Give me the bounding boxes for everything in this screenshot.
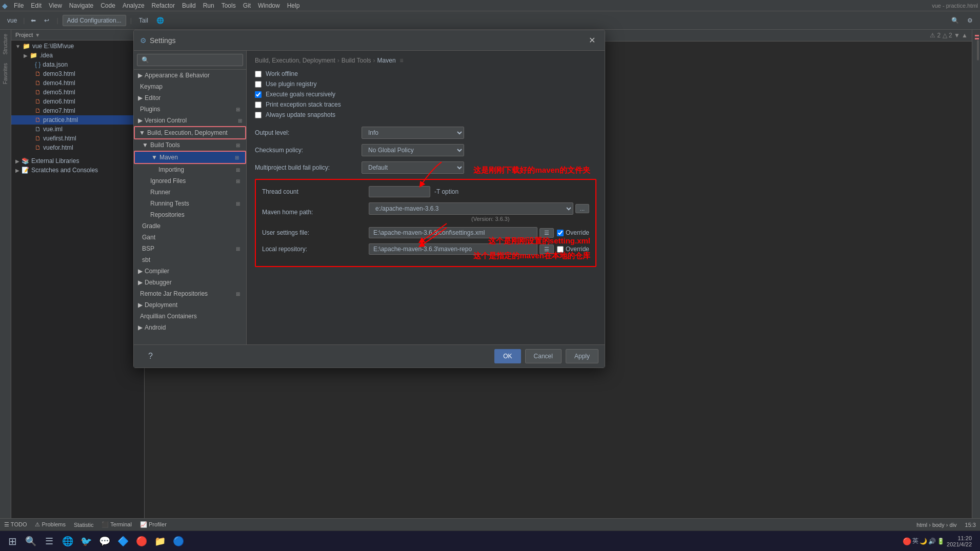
expand-icon: ▶	[138, 268, 143, 275]
structure-tab[interactable]: Structure	[2, 30, 9, 59]
tail-btn[interactable]: Tail	[136, 16, 151, 25]
menu-refactor[interactable]: Refactor	[149, 1, 178, 10]
settings-item-build-exec[interactable]: ▼ Build, Execution, Deployment	[134, 126, 246, 139]
ok-button[interactable]: OK	[494, 349, 521, 363]
plugin-registry-label: Use plugin registry	[266, 80, 316, 88]
settings-item-importing[interactable]: Importing ⊞	[134, 164, 246, 175]
cancel-button[interactable]: Cancel	[525, 349, 562, 363]
toolbar-undo[interactable]: ⬅	[28, 16, 39, 25]
always-update-checkbox[interactable]	[255, 112, 262, 118]
settings-item-deployment[interactable]: ▶ Deployment	[134, 299, 246, 311]
maven-home-select[interactable]: e:/apache-maven-3.6.3	[369, 202, 573, 215]
modal-close-button[interactable]: ✕	[586, 34, 598, 46]
settings-item-plugins[interactable]: Plugins ⊞	[134, 104, 246, 115]
tree-item-demo4[interactable]: 🗋 demo4.html	[11, 78, 144, 88]
menu-run[interactable]: Run	[200, 1, 217, 10]
bottom-tab-todo[interactable]: ☰ TODO	[4, 521, 27, 526]
importing-icon: ⊞	[236, 167, 240, 173]
settings-item-compiler[interactable]: ▶ Compiler	[134, 266, 246, 277]
tree-item-data-json[interactable]: { } data.json	[11, 60, 144, 69]
output-level-select[interactable]: Info	[362, 127, 464, 139]
toolbar: vue | ⬅ ↩ | Add Configuration... | Tail …	[0, 11, 980, 30]
bottom-tab-terminal[interactable]: ⬛ Terminal	[102, 521, 131, 526]
translate-btn[interactable]: 🌐	[153, 16, 167, 25]
apply-button[interactable]: Apply	[566, 349, 598, 363]
add-configuration-button[interactable]: Add Configuration...	[63, 15, 126, 26]
menu-navigate[interactable]: Navigate	[66, 1, 96, 10]
settings-item-keymap[interactable]: Keymap	[134, 81, 246, 92]
settings-search-input[interactable]	[137, 54, 243, 66]
checksum-policy-select[interactable]: No Global Policy	[362, 144, 464, 156]
cursor-position: 15:3	[965, 522, 976, 526]
menu-file[interactable]: File	[11, 1, 27, 10]
checkbox-always-update: Always update snapshots	[255, 111, 596, 118]
thread-count-input[interactable]	[369, 186, 430, 197]
remote-jar-icon: ⊞	[236, 291, 240, 297]
menu-view[interactable]: View	[46, 1, 65, 10]
settings-item-build-tools[interactable]: ▼ Build Tools ⊞	[134, 139, 246, 151]
maven-version-text: (Version: 3.6.3)	[471, 216, 589, 222]
settings-item-appearance[interactable]: ▶ Appearance & Behavior	[134, 70, 246, 81]
tree-item-scratches[interactable]: ▶ 📝 Scratches and Consoles	[11, 166, 144, 175]
tree-item-demo6[interactable]: 🗋 demo6.html	[11, 97, 144, 106]
settings-item-android[interactable]: ▶ Android	[134, 322, 246, 333]
settings-item-bsp[interactable]: BSP ⊞	[134, 243, 246, 254]
tree-item-demo7[interactable]: 🗋 demo7.html	[11, 106, 144, 115]
annotation-text-2: 这个是刚刚设置的setting.xml	[488, 236, 590, 246]
execute-goals-checkbox[interactable]	[255, 91, 262, 98]
breadcrumb-menu-icon[interactable]: ≡	[400, 57, 404, 64]
tree-item-vuefirst[interactable]: 🗋 vuefirst.html	[11, 134, 144, 143]
tree-item-demo3[interactable]: 🗋 demo3.html	[11, 69, 144, 78]
work-offline-checkbox[interactable]	[255, 71, 262, 77]
settings-item-sbt[interactable]: sbt	[134, 254, 246, 266]
print-exception-checkbox[interactable]	[255, 101, 262, 108]
menu-help[interactable]: Help	[284, 1, 303, 10]
menu-edit[interactable]: Edit	[28, 1, 45, 10]
left-side-tabs: Structure Favorites	[0, 30, 11, 526]
user-settings-override-checkbox[interactable]	[557, 230, 564, 236]
toolbar-redo[interactable]: ↩	[41, 16, 52, 25]
settings-item-ignored[interactable]: Ignored Files ⊞	[134, 175, 246, 187]
help-button[interactable]: ?	[140, 349, 161, 363]
settings-item-debugger[interactable]: ▶ Debugger	[134, 277, 246, 288]
settings-item-runner[interactable]: Runner	[134, 187, 246, 198]
tree-item-idea[interactable]: ▶ 📁 .idea	[11, 51, 144, 60]
checksum-policy-label: Checksum policy:	[255, 147, 357, 154]
tree-label: demo5.html	[43, 89, 75, 96]
tree-item-practice[interactable]: 🗋 practice.html	[11, 115, 144, 125]
bottom-tab-problems[interactable]: ⚠ Problems	[35, 521, 66, 526]
settings-item-repos[interactable]: Repositories	[134, 209, 246, 220]
settings-item-editor[interactable]: ▶ Editor	[134, 92, 246, 104]
favorites-tab[interactable]: Favorites	[2, 59, 9, 88]
multiproject-select[interactable]: Default	[362, 161, 464, 174]
bottom-tab-profiler[interactable]: 📈 Profiler	[140, 521, 167, 526]
tree-item-vuefor[interactable]: 🗋 vuefor.html	[11, 143, 144, 152]
plugin-registry-checkbox[interactable]	[255, 81, 262, 88]
tree-item-vueiml[interactable]: 🗋 vue.iml	[11, 125, 144, 134]
settings-item-arquillian[interactable]: Arquillian Containers	[134, 311, 246, 322]
toolbar-project-btn[interactable]: vue	[4, 16, 20, 25]
menu-build[interactable]: Build	[179, 1, 199, 10]
menu-git[interactable]: Git	[240, 1, 254, 10]
checksum-policy-row: Checksum policy: No Global Policy	[255, 144, 596, 156]
tree-item-vue[interactable]: ▼ 📁 vue E:\IBM\vue	[11, 42, 144, 51]
settings-item-maven[interactable]: ▼ Maven ⊞	[134, 151, 246, 164]
bottom-tab-statistic[interactable]: Statistic	[74, 522, 94, 526]
tree-item-external-libs[interactable]: ▶ 📚 External Libraries	[11, 156, 144, 166]
tree-item-demo5[interactable]: 🗋 demo5.html	[11, 88, 144, 97]
menu-analyze[interactable]: Analyze	[119, 1, 148, 10]
search-everywhere-btn[interactable]: 🔍	[948, 16, 962, 25]
settings-item-remote-jar[interactable]: Remote Jar Repositories ⊞	[134, 288, 246, 299]
expand-icon: ▶	[138, 279, 143, 286]
expand-icon: ▶	[15, 168, 19, 173]
settings-btn[interactable]: ⚙	[964, 16, 976, 25]
menu-window[interactable]: Window	[255, 1, 283, 10]
expand-icon: ▼	[151, 154, 157, 161]
settings-item-gradle[interactable]: Gradle	[134, 220, 246, 232]
maven-home-browse-btn[interactable]: ...	[575, 204, 589, 213]
settings-item-gant[interactable]: Gant	[134, 232, 246, 243]
menu-tools[interactable]: Tools	[218, 1, 239, 10]
settings-item-vcs[interactable]: ▶ Version Control ⊞	[134, 115, 246, 126]
menu-code[interactable]: Code	[97, 1, 118, 10]
settings-item-running-tests[interactable]: Running Tests ⊞	[134, 198, 246, 209]
